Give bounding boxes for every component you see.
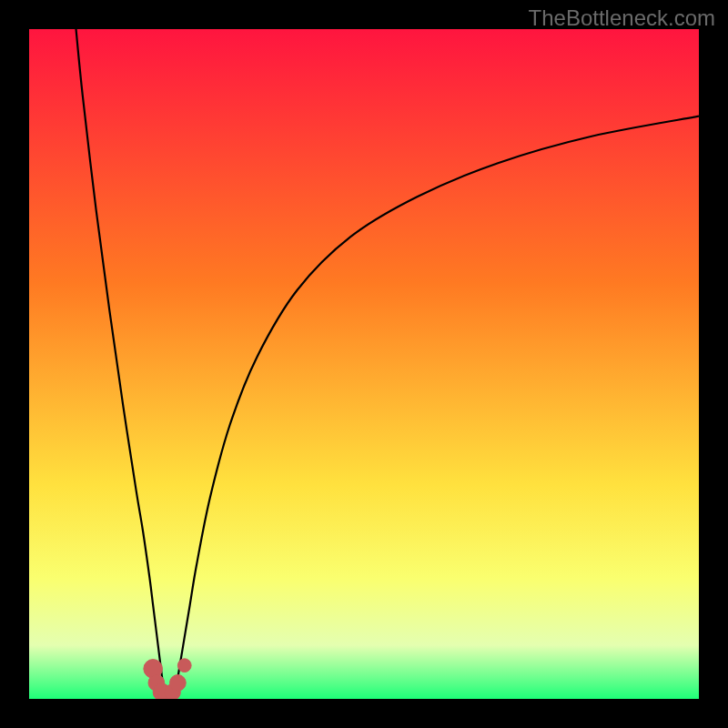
- chart-svg: [29, 29, 699, 699]
- watermark-text: TheBottleneck.com: [529, 5, 715, 31]
- marker-point-6: [177, 659, 191, 672]
- marker-point-5: [170, 675, 187, 692]
- gradient-background: [29, 29, 699, 699]
- chart-plot-area: [29, 29, 699, 699]
